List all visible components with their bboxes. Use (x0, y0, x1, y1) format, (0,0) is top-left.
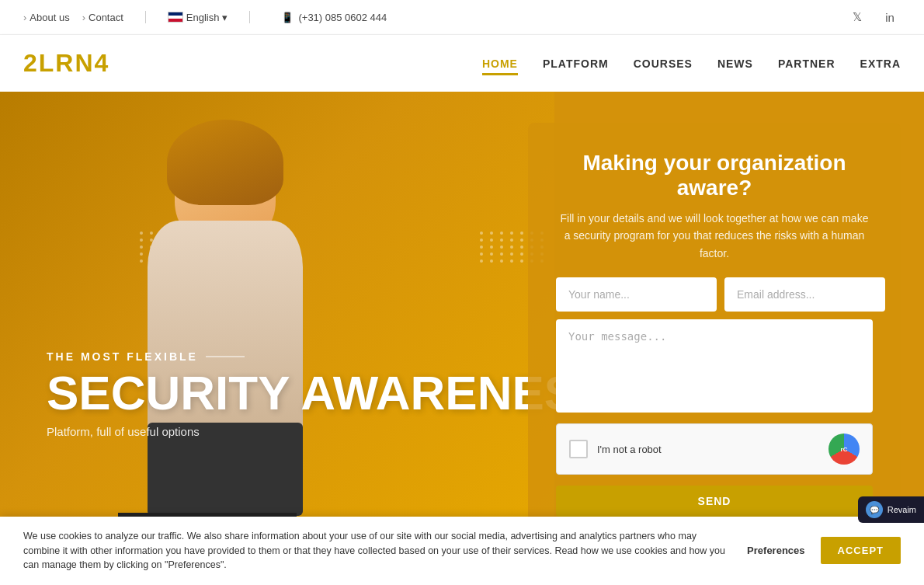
nav-item-news[interactable]: NEWS (717, 57, 753, 71)
message-input[interactable] (556, 319, 873, 413)
revaim-badge[interactable]: 💬 Revaim (858, 496, 924, 523)
hero-person-area (62, 112, 388, 562)
revaim-icon: 💬 (866, 501, 883, 518)
recaptcha-checkbox[interactable] (569, 440, 588, 458)
contact-form-card: Making your organization aware? Fill in … (528, 123, 901, 535)
divider (145, 11, 146, 23)
contact-link[interactable]: Contact (82, 12, 123, 23)
nav-item-home[interactable]: HOME (482, 57, 518, 71)
preferences-button[interactable]: Preferences (747, 545, 804, 556)
nav-link-courses[interactable]: COURSES (634, 57, 693, 73)
cookie-banner: We use cookies to analyze our traffic. W… (0, 517, 924, 562)
divider2 (249, 11, 250, 23)
recaptcha-logo: rC (828, 434, 860, 465)
send-button[interactable]: Send (556, 486, 873, 517)
flag-icon (168, 12, 183, 23)
accept-button[interactable]: ACCEPT (821, 537, 901, 562)
nav-link-partner[interactable]: PARTNER (778, 57, 835, 73)
cookie-text: We use cookies to analyze our traffic. W… (23, 529, 731, 562)
phone-icon: 📱 (281, 12, 294, 23)
hero-subtitle: THE MOST FLEXIBLE (47, 350, 608, 363)
revaim-label: Revaim (888, 505, 916, 514)
recaptcha-widget[interactable]: I'm not a robot rC (556, 423, 873, 475)
hero-text: THE MOST FLEXIBLE SECURITY AWARENESS Pla… (47, 350, 608, 438)
form-description: Fill in your details and we will look to… (556, 210, 873, 262)
person-silhouette (93, 127, 357, 562)
hero-section: THE MOST FLEXIBLE SECURITY AWARENESS Pla… (0, 92, 924, 562)
name-input[interactable] (556, 277, 717, 312)
language-label: English (186, 12, 220, 23)
logo[interactable]: 2LRN4 (23, 49, 109, 78)
hero-background (0, 92, 554, 562)
form-name-email-row (556, 277, 873, 312)
phone-display: 📱 (+31) 085 0602 444 (281, 12, 387, 23)
nav-links: HOME PLATFORM COURSES NEWS PARTNER EXTRA (482, 57, 901, 71)
nav-item-extra[interactable]: EXTRA (860, 57, 901, 71)
hero-tagline: Platform, full of useful options (47, 425, 608, 438)
hero-title-text: SECURITY AWARENESS (47, 366, 608, 420)
nav-link-platform[interactable]: PLATFORM (543, 57, 609, 73)
nav-item-platform[interactable]: PLATFORM (543, 57, 609, 71)
nav-item-partner[interactable]: PARTNER (778, 57, 835, 71)
form-heading: Making your organization aware? (556, 151, 873, 200)
nav-link-home[interactable]: HOME (482, 57, 518, 75)
top-bar: About us Contact English ▾ 📱 (+31) 085 0… (0, 0, 924, 35)
hero-title: SECURITY AWARENESS (47, 369, 608, 417)
linkedin-icon[interactable]: in (879, 6, 901, 28)
top-bar-left: About us Contact English ▾ 📱 (+31) 085 0… (23, 11, 387, 23)
language-selector[interactable]: English ▾ (168, 12, 228, 23)
nav-link-news[interactable]: NEWS (717, 57, 753, 73)
about-link[interactable]: About us (23, 12, 70, 23)
navbar: 2LRN4 HOME PLATFORM COURSES NEWS PARTNER… (0, 35, 924, 92)
nav-link-extra[interactable]: EXTRA (860, 57, 901, 73)
email-input[interactable] (724, 277, 885, 312)
twitter-icon[interactable]: 𝕏 (846, 6, 868, 28)
recaptcha-label: I'm not a robot (597, 444, 819, 455)
phone-number: (+31) 085 0602 444 (298, 12, 387, 23)
chevron-down-icon: ▾ (222, 12, 228, 23)
social-links: 𝕏 in (846, 6, 901, 28)
nav-item-courses[interactable]: COURSES (634, 57, 693, 71)
